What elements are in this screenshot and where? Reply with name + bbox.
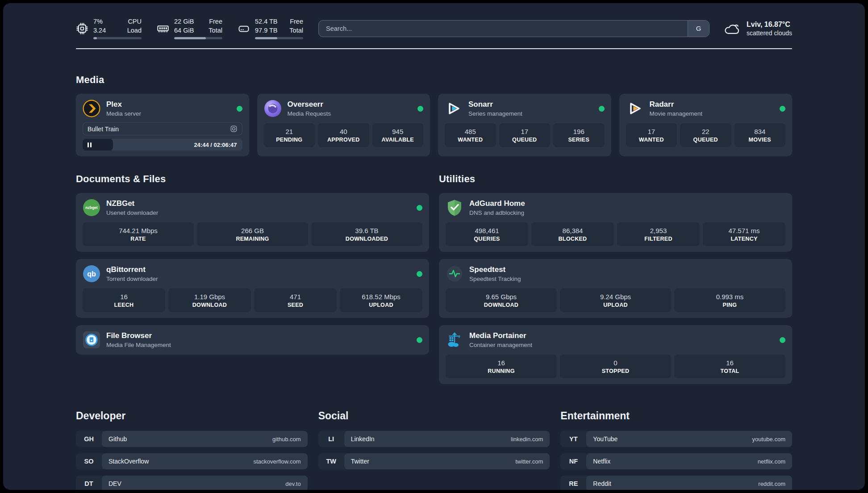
stat-tile: 471SEED: [254, 288, 337, 312]
bookmark-url: twitter.com: [515, 458, 543, 465]
stat-tile: 498,461QUERIES: [446, 222, 528, 246]
bookmark-twitter[interactable]: TW Twittertwitter.com: [318, 453, 550, 469]
stat-tile: 22QUEUED: [680, 123, 731, 147]
now-playing-title: Bullet Train: [88, 125, 119, 133]
app-card-speedtest[interactable]: Speedtest Speedtest Tracking 9.65 GbpsDO…: [439, 259, 792, 318]
bookmark-linkedin[interactable]: LI LinkedInlinkedin.com: [318, 431, 550, 447]
stat-tile: 744.21 MbpsRATE: [83, 222, 194, 246]
plex-icon: [83, 100, 100, 117]
memory-stat: 22 GiBFree 64 GiBTotal: [157, 17, 222, 39]
app-description: Media server: [106, 110, 141, 117]
app-card-qbittorrent[interactable]: qb qBittorrent Torrent downloader 16LEEC…: [76, 259, 429, 318]
section-title-developer: Developer: [76, 410, 308, 422]
status-online-dot: [599, 106, 605, 112]
search-engine-button[interactable]: G: [688, 21, 709, 37]
adguard-icon: [446, 199, 463, 217]
stat-tile: 16RUNNING: [446, 355, 557, 378]
app-card-nzbget[interactable]: nzbget NZBGet Usenet downloader 744.21 M…: [76, 193, 429, 252]
app-name: Plex: [106, 100, 141, 109]
bookmark-url: reddit.com: [758, 480, 785, 487]
app-card-overseerr[interactable]: Overseerr Media Requests 21PENDING 40APP…: [257, 94, 430, 156]
app-description: Movie management: [650, 110, 703, 117]
storage-progress-bar: [255, 37, 303, 39]
svg-text:qb: qb: [87, 270, 96, 278]
overseerr-icon: [264, 100, 282, 117]
section-title-utilities: Utilities: [439, 173, 792, 185]
bookmark-url: linkedin.com: [511, 436, 543, 443]
stat-tile: 618.52 MbpsUPLOAD: [340, 288, 422, 312]
cpu-label: CPU: [128, 17, 142, 26]
weather-location: Lviv, 16.87°C: [747, 21, 792, 29]
bookmark-url: dev.to: [285, 480, 300, 487]
bookmark-name: Netflix: [593, 458, 610, 465]
app-description: Series management: [468, 110, 522, 117]
app-description: Speedtest Tracking: [469, 276, 521, 282]
bookmark-youtube[interactable]: YT YouTubeyoutube.com: [560, 431, 792, 447]
playback-progress-bar[interactable]: 24:44 / 02:06:47: [83, 139, 242, 150]
nzbget-icon: nzbget: [83, 199, 100, 217]
weather-widget: Lviv, 16.87°C scattered clouds: [723, 21, 792, 37]
top-bar: 7%CPU 3.24Load 22 GiBF: [76, 17, 792, 39]
dashboard: 7%CPU 3.24Load 22 GiBF: [3, 3, 865, 490]
memory-free-value: 22 GiB: [174, 17, 194, 26]
status-online-dot: [780, 337, 785, 343]
weather-condition: scattered clouds: [747, 29, 792, 37]
status-online-dot: [780, 106, 785, 112]
section-entertainment: Entertainment YT YouTubeyoutube.com NF N…: [560, 410, 792, 490]
bookmark-reddit[interactable]: RE Redditreddit.com: [560, 476, 792, 490]
cpu-stat: 7%CPU 3.24Load: [76, 17, 142, 39]
storage-free-value: 52.4 TB: [255, 17, 278, 26]
status-online-dot: [417, 271, 422, 277]
app-card-portainer[interactable]: Media Portainer Container management 16R…: [439, 325, 792, 384]
bookmark-tag: NF: [560, 453, 586, 469]
stat-tile: 16LEECH: [83, 288, 165, 312]
search-bar: G: [318, 20, 709, 37]
speedtest-icon: [446, 265, 463, 283]
app-name: AdGuard Home: [469, 199, 525, 208]
app-description: Media Requests: [288, 110, 331, 117]
app-card-filebrowser[interactable]: File Browser Media File Management: [76, 325, 429, 355]
bookmark-url: youtube.com: [752, 436, 785, 443]
app-description: Usenet downloader: [106, 209, 158, 216]
playback-time: 24:44 / 02:06:47: [194, 142, 242, 148]
app-name: Radarr: [650, 100, 703, 109]
app-card-sonarr[interactable]: Sonarr Series management 485WANTED 17QUE…: [438, 94, 611, 156]
bookmark-name: LinkedIn: [351, 435, 375, 443]
bookmark-tag: TW: [318, 453, 344, 469]
stat-tile: 86,384BLOCKED: [531, 222, 614, 246]
memory-total-value: 64 GiB: [174, 26, 194, 35]
cpu-icon: [76, 22, 88, 35]
svg-text:nzbget: nzbget: [85, 205, 98, 210]
section-title-social: Social: [318, 410, 550, 422]
bookmark-name: YouTube: [593, 435, 618, 443]
system-stats: 7%CPU 3.24Load 22 GiBF: [76, 17, 303, 39]
stat-tile: 21PENDING: [264, 123, 315, 147]
pause-icon[interactable]: [88, 142, 92, 147]
app-name: Overseerr: [288, 100, 331, 109]
bookmark-tag: YT: [560, 431, 586, 447]
bookmark-netflix[interactable]: NF Netflixnetflix.com: [560, 453, 792, 469]
bookmark-github[interactable]: GH Githubgithub.com: [76, 431, 308, 447]
section-developer: Developer GH Githubgithub.com SO StackOv…: [76, 410, 308, 490]
status-online-dot: [417, 106, 423, 112]
portainer-icon: [446, 331, 463, 349]
section-title-documents: Documents & Files: [76, 173, 429, 185]
stat-tile: 16TOTAL: [674, 355, 785, 378]
app-name: Media Portainer: [469, 331, 532, 340]
search-input[interactable]: [319, 21, 688, 37]
storage-total-value: 97.9 TB: [255, 26, 278, 35]
status-online-dot: [417, 205, 422, 211]
app-card-adguard[interactable]: AdGuard Home DNS and adblocking 498,461Q…: [439, 193, 792, 252]
bookmark-name: StackOverflow: [108, 458, 149, 465]
bookmark-stackoverflow[interactable]: SO StackOverflowstackoverflow.com: [76, 453, 308, 469]
app-description: Media File Management: [106, 342, 171, 348]
app-card-plex[interactable]: Plex Media server Bullet Train: [76, 94, 249, 156]
bookmark-url: netflix.com: [758, 458, 785, 465]
app-name: qBittorrent: [106, 265, 158, 274]
storage-free-label: Free: [290, 17, 303, 26]
section-utilities: Utilities: [439, 173, 792, 384]
bookmark-dev[interactable]: DT DEVdev.to: [76, 476, 308, 490]
app-card-radarr[interactable]: Radarr Movie management 17WANTED 22QUEUE…: [619, 94, 793, 156]
storage-total-label: Total: [289, 26, 303, 35]
memory-total-label: Total: [209, 26, 222, 35]
